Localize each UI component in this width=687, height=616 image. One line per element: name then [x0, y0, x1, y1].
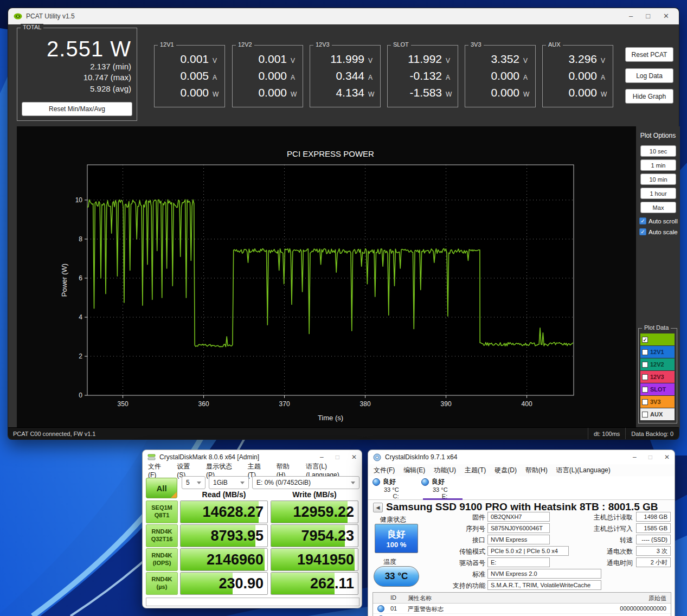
range-10-sec-button[interactable]: 10 sec — [640, 145, 676, 157]
field-value-right-4: 2 小时 — [636, 557, 671, 567]
reset-minmaxavg-button[interactable]: Reset Min/Max/Avg — [22, 102, 132, 116]
cdm-app-icon — [147, 453, 156, 461]
cdi-menu-item-0[interactable]: 文件(F) — [369, 466, 399, 475]
legend-checkbox-icon[interactable] — [642, 362, 648, 368]
field-value-right-3: 3 次 — [636, 546, 671, 556]
rail-3v3-volts: 3.352V — [465, 53, 535, 66]
rail-12v3-label: 12V3 — [313, 41, 332, 48]
legend-12v2-toggle[interactable]: 12V2 — [640, 358, 675, 370]
cdi-menubar: 文件(F)编辑(E)功能(U)主题(T)硬盘(D)帮助(H)语言(L)(Lang… — [368, 464, 675, 476]
attribute-name: 严重警告标志 — [408, 605, 444, 613]
auto-scale-checkbox[interactable]: ✓Auto scale — [639, 228, 678, 235]
rail-12v3-watts: 4.134W — [310, 86, 380, 99]
unit-label: V — [291, 57, 297, 65]
minimize-icon[interactable]: – — [633, 453, 637, 461]
connection-status: PCAT C00 connected, FW v1.1 — [8, 431, 95, 437]
field-label-left-4: 驱动器号 — [433, 559, 485, 568]
field-value-left-1: S875NJ0Y600046T — [487, 523, 550, 533]
legend-total-toggle[interactable]: ✓TOTAL — [640, 333, 675, 345]
drive-status-text: 良好 — [432, 477, 445, 486]
drive-tab-C[interactable]: 良好33 °CC: — [373, 477, 419, 500]
legend-label: SLOT — [650, 386, 666, 393]
rail-3v3-watts: 0.000W — [465, 86, 535, 99]
maximize-icon[interactable]: □ — [646, 8, 650, 24]
minimize-icon[interactable]: – — [320, 453, 324, 461]
svg-text:350: 350 — [118, 400, 129, 408]
hide-graph-button[interactable]: Hide Graph — [625, 89, 673, 104]
legend-12v1-toggle[interactable]: 12V1 — [640, 346, 675, 358]
cdm-combo-0[interactable]: 5 — [182, 476, 206, 489]
volts-value: 3.352 — [491, 53, 519, 66]
health-status-value: 良好 — [387, 528, 406, 541]
test-label-SEQ1M-0[interactable]: SEQ1MQ8T1 — [146, 501, 178, 523]
smart-attribute-row[interactable]: 01严重警告标志00000000000000 — [373, 604, 671, 614]
legend-12v3-toggle[interactable]: 12V3 — [640, 371, 675, 383]
range-10-min-button[interactable]: 10 min — [640, 174, 676, 185]
legend-slot-toggle[interactable]: SLOT — [640, 383, 675, 395]
test-name: SEQ1M — [151, 504, 172, 512]
cdm-combo-1[interactable]: 1GiB — [209, 476, 249, 489]
amps-value: 0.000 — [568, 69, 597, 82]
minimize-icon[interactable]: – — [629, 8, 633, 24]
crystaldiskmark-window: CrystalDiskMark 8.0.6 x64 [Admin] – □ ✕ … — [142, 450, 362, 608]
checkbox-icon[interactable]: ✓ — [639, 228, 646, 235]
close-icon[interactable]: ✕ — [664, 453, 670, 461]
run-all-button[interactable]: All — [146, 478, 177, 498]
write-result-cell: 7954.23 — [271, 524, 358, 547]
cdi-menu-item-5[interactable]: 帮助(H) — [521, 466, 552, 475]
test-label-RND4K-1[interactable]: RND4KQ32T16 — [146, 524, 178, 547]
auto-scroll-checkbox[interactable]: ✓Auto scroll — [639, 217, 678, 224]
cdm-menu-item-0[interactable]: 文件(F) — [144, 462, 172, 479]
legend-checkbox-icon[interactable] — [642, 399, 648, 405]
cdi-menu-item-3[interactable]: 主题(T) — [460, 466, 490, 475]
pcat-window: PCAT Utility v1.5 – □ ✕ TOTAL 2.551 W 2.… — [8, 8, 679, 440]
drive-tab-E[interactable]: 良好33 °CE: — [421, 477, 468, 500]
unit-label: V — [213, 57, 219, 65]
health-status-box[interactable]: 良好 100 % — [375, 524, 418, 553]
range-Max-button[interactable]: Max — [640, 202, 676, 213]
cdi-titlebar[interactable]: CrystalDiskInfo 9.7.1 x64 – □ ✕ — [368, 450, 675, 464]
cdi-menu-item-1[interactable]: 编辑(E) — [399, 466, 429, 475]
cdi-menu-item-2[interactable]: 功能(U) — [429, 466, 460, 475]
write-result-value: 7954.23 — [301, 528, 354, 544]
attribute-status-orb-icon — [377, 605, 384, 612]
legend-aux-toggle[interactable]: AUX — [640, 408, 675, 420]
health-status-label: 健康状态 — [380, 515, 406, 524]
close-icon[interactable]: ✕ — [663, 8, 669, 24]
pcat-titlebar[interactable]: PCAT Utility v1.5 – □ ✕ — [8, 8, 679, 24]
maximize-icon[interactable]: □ — [336, 453, 339, 461]
legend-checkbox-icon[interactable] — [642, 374, 648, 380]
previous-drive-button[interactable]: ◀ — [373, 503, 383, 512]
legend-checkbox-icon[interactable] — [642, 349, 648, 355]
legend-checkbox-icon[interactable] — [642, 387, 648, 393]
legend-checkbox-icon[interactable]: ✓ — [642, 337, 648, 343]
test-label-RND4K-2[interactable]: RND4K(IOPS) — [146, 548, 178, 571]
range-1-hour-button[interactable]: 1 hour — [640, 188, 676, 199]
drive-temp-text: 33 °C — [433, 486, 468, 493]
reset-pcat-button[interactable]: Reset PCAT — [625, 47, 673, 62]
rail-slot-watts: -1.583W — [388, 86, 458, 99]
write-column-header: Write (MB/s) — [271, 490, 358, 499]
chevron-down-icon — [351, 482, 355, 484]
checkbox-icon[interactable]: ✓ — [639, 217, 646, 224]
chevron-down-icon — [197, 482, 201, 484]
close-icon[interactable]: ✕ — [351, 453, 357, 461]
write-result-value: 262.11 — [310, 575, 354, 592]
smart-attribute-row[interactable]: 02综合温度00000000000132 — [373, 614, 671, 616]
legend-3v3-toggle[interactable]: 3V3 — [640, 396, 675, 408]
legend-checkbox-icon[interactable] — [642, 412, 648, 418]
svg-text:2: 2 — [79, 352, 82, 360]
watts-value: 0.000 — [180, 86, 209, 99]
maximize-icon[interactable]: □ — [649, 453, 652, 461]
drive-tabs: 良好33 °CC:良好33 °CE: — [368, 476, 675, 500]
log-data-button[interactable]: Log Data — [625, 68, 673, 83]
rail-12v2-amps: 0.000A — [233, 69, 303, 82]
cdi-menu-item-4[interactable]: 硬盘(D) — [490, 466, 521, 475]
dt-status: dt: 100ms — [588, 428, 625, 439]
cdm-combo-2[interactable]: E: 0% (0/7452GiB) — [252, 476, 359, 489]
cdi-app-icon — [373, 453, 381, 461]
range-1-min-button[interactable]: 1 min — [640, 159, 676, 171]
test-label-RND4K-3[interactable]: RND4K(µs) — [146, 572, 178, 595]
amps-value: -0.132 — [409, 69, 442, 82]
cdi-menu-item-6[interactable]: 语言(L)(Language) — [552, 466, 615, 475]
